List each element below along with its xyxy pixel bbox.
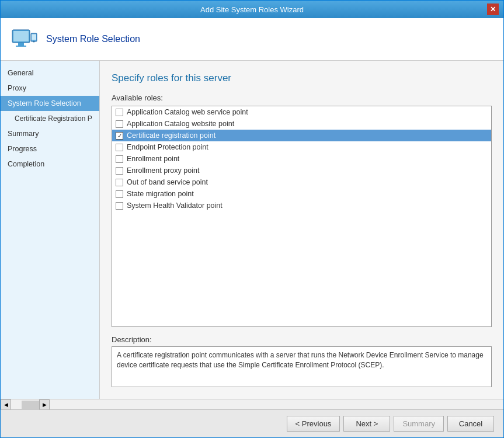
main-panel: Specify roles for this server Available … — [100, 61, 503, 399]
role-label-enrollment-proxy: Enrollment proxy point — [127, 166, 199, 175]
role-label-app-catalog-web: Application Catalog web service point — [127, 108, 248, 116]
role-checkbox-endpoint-protection[interactable] — [116, 144, 123, 151]
role-checkbox-enrollment-proxy[interactable] — [116, 167, 123, 175]
role-item-endpoint-protection[interactable]: Endpoint Protection point — [112, 141, 491, 153]
role-label-enrollment-point: Enrollment point — [127, 155, 179, 163]
scroll-right-arrow[interactable]: ▶ — [39, 399, 50, 410]
role-checkbox-state-migration[interactable] — [116, 190, 123, 198]
content-area: General Proxy System Role Selection Cert… — [1, 61, 503, 399]
role-item-cert-reg-point[interactable]: ✓Certificate registration point — [112, 130, 491, 141]
role-checkbox-app-catalog-website[interactable] — [116, 120, 123, 128]
wizard-icon — [10, 25, 38, 53]
role-label-cert-reg-point: Certificate registration point — [127, 131, 215, 140]
header-title: System Role Selection — [46, 34, 140, 44]
roles-list[interactable]: Application Catalog web service pointApp… — [112, 106, 492, 327]
role-item-enrollment-proxy[interactable]: Enrollment proxy point — [112, 165, 491, 176]
svg-point-6 — [33, 41, 35, 43]
svg-rect-3 — [16, 46, 26, 47]
sidebar-item-system-role-selection[interactable]: System Role Selection — [1, 96, 99, 111]
scroll-left-arrow[interactable]: ◀ — [1, 399, 11, 410]
next-button[interactable]: Next > — [343, 416, 390, 432]
role-item-app-catalog-website[interactable]: Application Catalog website point — [112, 118, 491, 130]
previous-button[interactable]: < Previous — [287, 416, 340, 432]
description-section: Description: A certificate registration … — [112, 335, 492, 387]
role-label-state-migration: State migration point — [127, 190, 194, 198]
svg-rect-5 — [32, 34, 36, 40]
sidebar: General Proxy System Role Selection Cert… — [1, 61, 100, 399]
role-label-app-catalog-website: Application Catalog website point — [127, 120, 234, 128]
window-title: Add Site System Roles Wizard — [17, 5, 487, 14]
role-item-out-of-band[interactable]: Out of band service point — [112, 176, 491, 188]
close-button[interactable]: ✕ — [487, 4, 499, 15]
role-item-app-catalog-web[interactable]: Application Catalog web service point — [112, 106, 491, 118]
sidebar-item-completion[interactable]: Completion — [1, 157, 99, 172]
sidebar-item-cert-reg[interactable]: Certificate Registration P — [1, 111, 99, 126]
main-window: Add Site System Roles Wizard ✕ System Ro… — [0, 0, 504, 438]
role-item-state-migration[interactable]: State migration point — [112, 188, 491, 200]
bottom-scrollbar[interactable]: ◀ ▶ — [1, 399, 503, 409]
role-label-endpoint-protection: Endpoint Protection point — [127, 143, 208, 151]
sidebar-item-summary[interactable]: Summary — [1, 126, 99, 141]
role-label-out-of-band: Out of band service point — [127, 178, 208, 186]
role-checkbox-app-catalog-web[interactable] — [116, 109, 123, 116]
description-label: Description: — [112, 335, 492, 344]
role-checkbox-cert-reg-point[interactable]: ✓ — [116, 132, 123, 140]
panel-heading: Specify roles for this server — [112, 72, 492, 84]
sidebar-item-proxy[interactable]: Proxy — [1, 81, 99, 96]
title-bar: Add Site System Roles Wizard ✕ — [1, 1, 503, 18]
header: System Role Selection — [1, 18, 503, 61]
role-checkbox-out-of-band[interactable] — [116, 179, 123, 186]
svg-rect-2 — [18, 43, 24, 46]
description-box: A certificate registration point communi… — [112, 346, 492, 387]
role-label-system-health: System Health Validator point — [127, 201, 223, 210]
scroll-thumb[interactable] — [22, 401, 39, 409]
summary-button[interactable]: Summary — [394, 416, 444, 432]
svg-rect-1 — [13, 31, 29, 41]
sidebar-item-progress[interactable]: Progress — [1, 141, 99, 157]
sidebar-item-general[interactable]: General — [1, 65, 99, 81]
role-item-enrollment-point[interactable]: Enrollment point — [112, 153, 491, 165]
role-checkbox-enrollment-point[interactable] — [116, 155, 123, 163]
footer: < Previous Next > Summary Cancel — [1, 409, 503, 437]
cancel-button[interactable]: Cancel — [447, 416, 494, 432]
available-roles-label: Available roles: — [112, 93, 492, 102]
role-item-system-health[interactable]: System Health Validator point — [112, 200, 491, 211]
role-checkbox-system-health[interactable] — [116, 202, 123, 210]
